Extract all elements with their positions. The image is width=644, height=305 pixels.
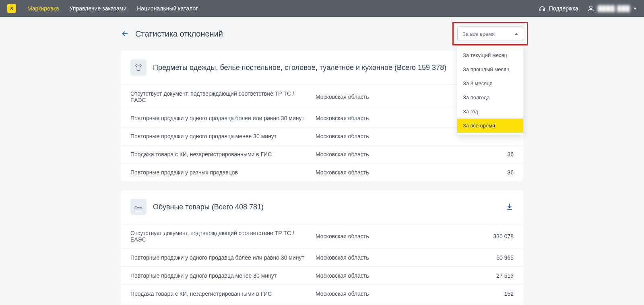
card-header: Обувные товары (Всего 408 781) xyxy=(121,190,523,224)
row-description: Повторные продажи у одного продавца боле… xyxy=(130,115,316,121)
row-region: Московская область xyxy=(316,94,465,100)
row-region: Московская область xyxy=(316,272,465,279)
row-count: 152 xyxy=(465,291,514,297)
row-region: Московская область xyxy=(316,115,465,121)
row-count: 36 xyxy=(465,151,514,158)
main-nav: МаркировкаУправление заказамиНациональны… xyxy=(27,5,539,12)
headset-icon xyxy=(539,5,546,12)
row-count: 36 xyxy=(465,169,514,176)
row-region: Московская область xyxy=(316,151,465,158)
chevron-up-icon xyxy=(515,33,518,35)
nav-item-1[interactable]: Управление заказами xyxy=(70,5,127,12)
page-title: Статистика отклонений xyxy=(135,29,223,39)
download-button[interactable] xyxy=(506,203,514,212)
table-row[interactable]: Продажа товара с КИ, незарегистрированны… xyxy=(121,285,523,303)
shoe-icon xyxy=(130,199,147,215)
row-region: Московская область xyxy=(316,169,465,176)
user-name: ████ ███ xyxy=(598,5,630,12)
period-selected-label: За все время xyxy=(462,31,495,37)
table-row[interactable]: Повторные продажи у разных продавцовМоск… xyxy=(121,303,523,305)
period-option-3[interactable]: За полгода xyxy=(457,90,523,104)
row-count: 27 513 xyxy=(465,272,514,279)
row-region: Московская область xyxy=(316,233,465,239)
user-menu[interactable]: ████ ███ xyxy=(587,5,637,12)
category-card: Обувные товары (Всего 408 781)Отсутствуе… xyxy=(121,190,523,305)
row-description: Повторные продажи у разных продавцов xyxy=(130,169,316,176)
period-option-1[interactable]: За прошлый месяц xyxy=(457,62,523,76)
row-count: 330 078 xyxy=(465,233,514,239)
period-dropdown-menu: За текущий месяцЗа прошлый месяцЗа 3 мес… xyxy=(457,46,523,135)
period-filter: За все время За текущий месяцЗа прошлый … xyxy=(457,27,523,41)
row-description: Отсутствует документ, подтверждающий соо… xyxy=(130,230,316,243)
support-link[interactable]: Поддержка xyxy=(539,5,578,12)
period-option-0[interactable]: За текущий месяц xyxy=(457,48,523,62)
period-option-4[interactable]: За год xyxy=(457,104,523,119)
period-dropdown-button[interactable]: За все время xyxy=(457,27,523,41)
card-title: Обувные товары (Всего 408 781) xyxy=(153,203,499,211)
row-description: Продажа товара с КИ, незарегистрированны… xyxy=(130,151,316,158)
table-row[interactable]: Отсутствует документ, подтверждающий соо… xyxy=(121,224,523,248)
app-header: МаркировкаУправление заказамиНациональны… xyxy=(0,0,644,17)
shirt-icon xyxy=(130,59,147,76)
row-description: Повторные продажи у одного продавца мене… xyxy=(130,133,316,139)
svg-point-0 xyxy=(590,6,592,8)
row-description: Отсутствует документ, подтверждающий соо… xyxy=(130,90,316,103)
table-row[interactable]: Повторные продажи у одного продавца боле… xyxy=(121,248,523,266)
app-logo[interactable] xyxy=(7,4,16,13)
chevron-down-icon xyxy=(634,8,637,10)
row-region: Московская область xyxy=(316,133,465,139)
row-region: Московская область xyxy=(316,254,465,261)
table-row[interactable]: Повторные продажи у разных продавцовМоск… xyxy=(121,163,523,181)
table-row[interactable]: Продажа товара с КИ, незарегистрированны… xyxy=(121,145,523,163)
row-description: Продажа товара с КИ, незарегистрированны… xyxy=(130,291,316,297)
support-label: Поддержка xyxy=(549,5,578,12)
row-description: Повторные продажи у одного продавца боле… xyxy=(130,254,316,261)
table-row[interactable]: Повторные продажи у одного продавца мене… xyxy=(121,266,523,285)
row-description: Повторные продажи у одного продавца мене… xyxy=(130,272,316,279)
user-icon xyxy=(587,5,594,12)
back-button[interactable] xyxy=(121,29,130,38)
period-option-2[interactable]: За 3 месяца xyxy=(457,76,523,90)
nav-item-0[interactable]: Маркировка xyxy=(27,5,59,12)
row-region: Московская область xyxy=(316,291,465,297)
period-option-5[interactable]: За все время xyxy=(457,119,523,133)
arrow-left-icon xyxy=(121,29,130,38)
row-count: 50 965 xyxy=(465,254,514,261)
nav-item-2[interactable]: Национальный каталог xyxy=(137,5,198,12)
